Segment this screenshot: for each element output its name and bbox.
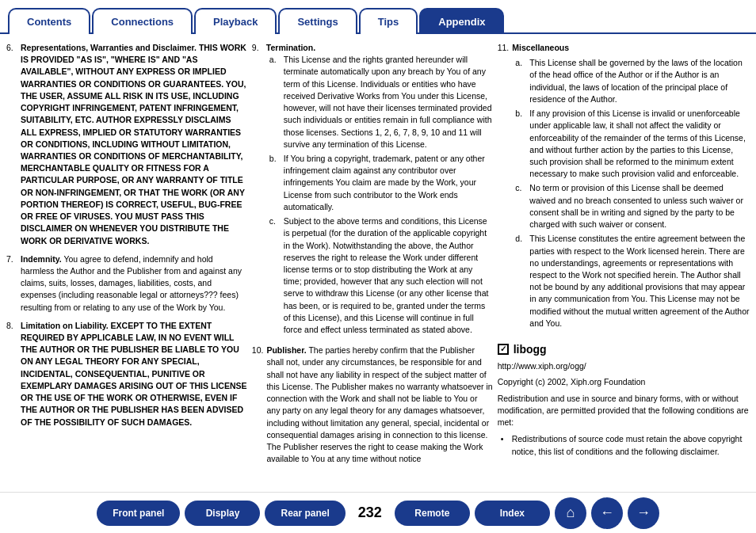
back-icon: ← [600, 504, 614, 521]
section-11c-letter: c. [515, 182, 526, 230]
section-10-text: Publisher. The parties hereby confirm th… [266, 345, 492, 465]
section-8-num: 8. [6, 320, 17, 428]
section-10-num: 10. [252, 345, 264, 465]
section-10-body: The parties hereby confirm that the Publ… [266, 345, 492, 463]
back-button[interactable]: ← [591, 497, 623, 529]
libogg-bullet: • Redistributions of source code must re… [498, 433, 750, 457]
section-11-num: 11. [498, 42, 510, 332]
section-7-heading: Indemnity. [21, 254, 63, 264]
home-button[interactable]: ⌂ [555, 497, 586, 529]
tab-connections[interactable]: Connections [92, 8, 193, 34]
section-9a-letter: a. [269, 54, 281, 150]
section-9-num: 9. [252, 42, 263, 338]
section-11c: c. No term or provision of this License … [512, 182, 750, 230]
section-11b-letter: b. [515, 108, 526, 180]
section-11d: d. This License constitutes the entire a… [512, 233, 750, 329]
section-11c-text: No term or provision of this License sha… [529, 182, 750, 230]
section-9b: b. If You bring a copyright, trademark, … [266, 153, 493, 213]
main-content: 6. Representations, Warranties and Discl… [0, 34, 756, 492]
section-9b-text: If You bring a copyright, trademark, pat… [284, 153, 493, 213]
rear-panel-button[interactable]: Rear panel [265, 501, 345, 526]
section-9c-letter: c. [269, 215, 281, 336]
tab-appendix[interactable]: Appendix [419, 8, 504, 34]
libogg-title: ✓ libogg [498, 341, 750, 357]
section-8-heading: Limitation on Liability. [21, 321, 111, 330]
front-panel-button[interactable]: Front panel [97, 501, 180, 526]
section-7-text: Indemnity. You agree to defend, indemnif… [21, 253, 247, 314]
section-9-text: Termination. a. This License and the rig… [266, 42, 493, 338]
libogg-checkbox-icon: ✓ [498, 344, 509, 355]
libogg-intro: Redistribution and use in source and bin… [498, 393, 750, 429]
tab-settings[interactable]: Settings [278, 8, 357, 34]
section-11: 11. Miscellaneous a. This License shall … [498, 42, 750, 332]
bullet-icon: • [501, 433, 509, 457]
tab-playback[interactable]: Playback [194, 8, 277, 34]
section-11-text: Miscellaneous a. This License shall be g… [512, 42, 750, 332]
right-column: 11. Miscellaneous a. This License shall … [498, 42, 750, 485]
section-9b-letter: b. [269, 153, 281, 213]
section-11a-text: This License shall be governed by the la… [529, 57, 750, 105]
forward-icon: → [636, 504, 651, 521]
section-8-text: Limitation on Liability. EXCEPT TO THE E… [21, 320, 247, 428]
index-button[interactable]: Index [475, 501, 550, 526]
section-11d-text: This License constitutes the entire agre… [529, 233, 750, 329]
libogg-bullet-text: Redistributions of source code must reta… [512, 433, 750, 457]
section-7-num: 7. [6, 253, 17, 314]
display-button[interactable]: Display [185, 501, 260, 526]
left-column: 6. Representations, Warranties and Discl… [6, 42, 247, 485]
section-11b-text: If any provision of this License is inva… [529, 108, 750, 180]
section-6-body: THIS WORK IS PROVIDED "AS IS", "WHERE IS… [21, 43, 246, 246]
section-11-heading: Miscellaneous [512, 42, 750, 54]
section-9c: c. Subject to the above terms and condit… [266, 215, 493, 336]
section-8-body: EXCEPT TO THE EXTENT REQUIRED BY APPLICA… [21, 321, 246, 427]
forward-button[interactable]: → [628, 497, 659, 529]
libogg-section: ✓ libogg http://www.xiph.org/ogg/ Copyri… [498, 341, 750, 458]
section-10-heading: Publisher. [266, 345, 308, 355]
section-11b: b. If any provision of this License is i… [512, 108, 750, 180]
mid-column: 9. Termination. a. This License and the … [252, 42, 493, 485]
libogg-url: http://www.xiph.org/ogg/ [498, 360, 750, 372]
section-9a-text: This License and the rights granted here… [284, 54, 493, 150]
section-11a-letter: a. [515, 57, 526, 105]
section-11d-letter: d. [515, 233, 526, 329]
section-9: 9. Termination. a. This License and the … [252, 42, 493, 338]
home-icon: ⌂ [566, 504, 575, 521]
tab-tips[interactable]: Tips [359, 8, 418, 34]
section-7: 7. Indemnity. You agree to defend, indem… [6, 253, 247, 314]
section-11a: a. This License shall be governed by the… [512, 57, 750, 105]
page-number: 232 [350, 504, 390, 521]
bottom-nav: Front panel Display Rear panel 232 Remot… [0, 492, 756, 533]
section-8: 8. Limitation on Liability. EXCEPT TO TH… [6, 320, 247, 428]
section-9-heading: Termination. [266, 42, 493, 54]
remote-button[interactable]: Remote [395, 501, 470, 526]
section-6-heading: Representations, Warranties and Disclaim… [21, 43, 199, 52]
section-10: 10. Publisher. The parties hereby confir… [252, 345, 493, 465]
section-9c-text: Subject to the above terms and condition… [284, 215, 493, 336]
section-6-num: 6. [6, 42, 17, 247]
section-6-text: Representations, Warranties and Disclaim… [21, 42, 247, 247]
section-6: 6. Representations, Warranties and Discl… [6, 42, 247, 247]
libogg-name: libogg [514, 341, 547, 357]
tab-bar: Contents Connections Playback Settings T… [0, 0, 756, 34]
section-9a: a. This License and the rights granted h… [266, 54, 493, 150]
libogg-copyright: Copyright (c) 2002, Xiph.org Foundation [498, 376, 750, 388]
tab-contents[interactable]: Contents [8, 8, 90, 34]
